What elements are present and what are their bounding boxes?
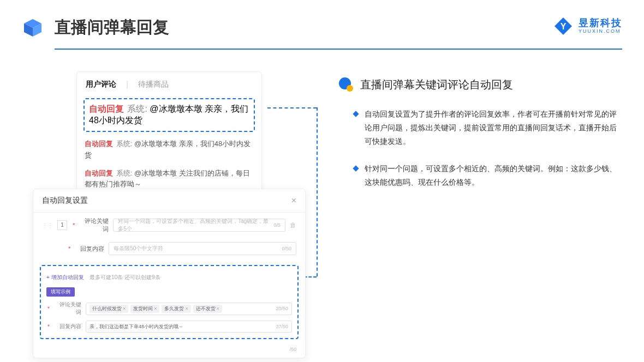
tab-user-comments[interactable]: 用户评论	[86, 80, 116, 89]
drag-handle-icon[interactable]: ⋮⋮	[42, 222, 53, 228]
char-count: 0/50	[282, 246, 291, 251]
cube-icon	[22, 17, 44, 39]
auto-reply-tag: 自动回复	[89, 104, 124, 113]
tab-separator: |	[126, 80, 128, 89]
brand-block: Y 昱新科技 YUUXIN.COM	[553, 16, 622, 36]
example-reply-text: 亲，我们这边都是下单48小时内发货的哦～	[90, 323, 183, 330]
input-placeholder: 每条限50个中文字符	[114, 245, 163, 252]
keyword-input[interactable]: 对同一个问题，可设置多个相近、高频的关键词，Tag确定，最多5个 0/5	[113, 219, 285, 232]
required-star: *	[47, 324, 50, 330]
row-number: 1	[57, 220, 67, 230]
brand-name-en: YUUXIN.COM	[579, 29, 622, 34]
system-label: 系统:	[127, 104, 147, 113]
reply-label: 回复内容	[76, 245, 104, 253]
add-hint: 最多可建10条 还可以创建9条	[90, 274, 160, 280]
required-star: *	[73, 222, 75, 228]
keyword-chip[interactable]: 多久发货×	[162, 305, 190, 313]
bullet-text: 自动回复设置为了提升作者的评论回复效率，作者可在开播前针对常见的评论用户问题，提…	[365, 107, 622, 149]
chip-remove-icon[interactable]: ×	[185, 306, 188, 311]
chip-remove-icon[interactable]: ×	[154, 306, 157, 311]
connector-line	[267, 107, 317, 108]
svg-point-6	[347, 85, 353, 92]
comment-row: 自动回复 系统: @冰墩墩本墩 亲亲，我们48小时内发货	[77, 135, 261, 165]
diamond-bullet-icon	[353, 165, 359, 171]
svg-text:Y: Y	[560, 22, 567, 31]
example-kw-label: 评论关键词	[55, 301, 81, 316]
connector-line	[317, 107, 318, 276]
char-count: 0/5	[273, 222, 281, 228]
example-kw-input[interactable]: 什么时候发货×发货时间×多久发货×还不发货× 20/50	[86, 303, 292, 315]
keyword-chip[interactable]: 什么时候发货×	[90, 305, 128, 313]
outer-count: /50	[33, 347, 305, 358]
chip-remove-icon[interactable]: ×	[123, 306, 126, 311]
highlighted-comment: 自动回复 系统: @冰墩墩本墩 亲亲，我们48小时内发货	[84, 98, 255, 132]
close-icon[interactable]: ×	[291, 196, 296, 206]
chat-bubble-icon	[338, 77, 354, 92]
auto-reply-tag: 自动回复	[85, 140, 113, 148]
tab-pending-goods[interactable]: 待播商品	[138, 80, 169, 89]
input-placeholder: 对同一个问题，可设置多个相近、高频的关键词，Tag确定，最多5个	[118, 218, 273, 233]
trash-icon[interactable]: 🗑	[290, 221, 296, 229]
keyword-chip[interactable]: 还不发货×	[193, 305, 222, 313]
system-label: 系统:	[116, 169, 133, 177]
example-reply-input[interactable]: 亲，我们这边都是下单48小时内发货的哦～ 37/50	[86, 321, 292, 333]
comments-card: 用户评论 | 待播商品 自动回复 系统: @冰墩墩本墩 亲亲，我们48小时内发货…	[76, 71, 262, 194]
brand-logo-icon: Y	[553, 16, 573, 36]
add-auto-reply-link[interactable]: + 增加自动回复	[46, 274, 84, 280]
required-star: *	[47, 306, 50, 312]
system-label: 系统:	[116, 140, 133, 148]
reply-input[interactable]: 每条限50个中文字符 0/50	[109, 242, 296, 255]
brand-name-cn: 昱新科技	[579, 18, 622, 29]
keyword-label: 评论关键词	[80, 217, 109, 233]
chip-container: 什么时候发货×发货时间×多久发货×还不发货×	[90, 305, 222, 313]
settings-card: 自动回复设置 × ⋮⋮ 1 * 评论关键词 对同一个问题，可设置多个相近、高频的…	[33, 189, 306, 358]
diamond-bullet-icon	[353, 111, 359, 117]
chip-remove-icon[interactable]: ×	[217, 306, 219, 311]
bullet-item: 自动回复设置为了提升作者的评论回复效率，作者可在开播前针对常见的评论用户问题，提…	[338, 107, 622, 149]
bullet-text: 针对同一个问题，可设置多个相近的、高频的关键词。例如：这款多少钱、这块能优惠吗、…	[365, 162, 622, 189]
example-highlight-box: + 增加自动回复 最多可建10条 还可以创建9条 填写示例 * 评论关键词 什么…	[40, 265, 299, 339]
example-badge: 填写示例	[46, 287, 75, 297]
keyword-chip[interactable]: 发货时间×	[130, 305, 159, 313]
section-title: 直播间弹幕关键词评论自动回复	[360, 77, 513, 92]
char-count: 20/50	[276, 306, 288, 311]
char-count: 37/50	[276, 324, 288, 329]
page-title: 直播间弹幕回复	[55, 16, 169, 39]
example-reply-label: 回复内容	[55, 323, 81, 330]
bullet-item: 针对同一个问题，可设置多个相近的、高频的关键词。例如：这款多少钱、这块能优惠吗、…	[338, 162, 622, 189]
required-star: *	[68, 245, 70, 252]
auto-reply-tag: 自动回复	[85, 169, 113, 177]
settings-title: 自动回复设置	[42, 196, 88, 206]
